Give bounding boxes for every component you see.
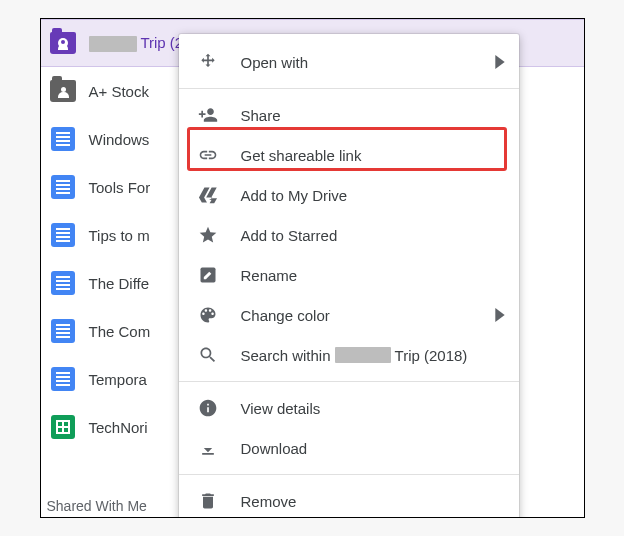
file-name: The Com <box>89 323 151 340</box>
context-menu: Open with Share Get shareable link Add t… <box>179 34 519 518</box>
docs-icon <box>49 125 77 153</box>
search-icon <box>197 344 219 366</box>
menu-search-within[interactable]: Search within Trip (2018) <box>179 335 519 375</box>
docs-icon <box>49 269 77 297</box>
drive-add-icon <box>197 184 219 206</box>
link-icon <box>197 144 219 166</box>
menu-share[interactable]: Share <box>179 95 519 135</box>
info-icon <box>197 397 219 419</box>
menu-add-to-starred[interactable]: Add to Starred <box>179 215 519 255</box>
file-name: The Diffe <box>89 275 150 292</box>
file-name: Tools For <box>89 179 151 196</box>
menu-download[interactable]: Download <box>179 428 519 468</box>
docs-icon <box>49 317 77 345</box>
docs-icon <box>49 221 77 249</box>
rename-icon <box>197 264 219 286</box>
menu-change-color[interactable]: Change color <box>179 295 519 335</box>
sheets-icon <box>49 413 77 441</box>
file-name: TechNori <box>89 419 148 436</box>
file-name: A+ Stock <box>89 83 149 100</box>
menu-add-to-drive[interactable]: Add to My Drive <box>179 175 519 215</box>
redacted-text <box>89 36 137 52</box>
redacted-text <box>335 347 391 363</box>
app-frame: Trip (2018) A+ Stock Windows Tools For T… <box>40 18 585 518</box>
palette-icon <box>197 304 219 326</box>
menu-open-with[interactable]: Open with <box>179 42 519 82</box>
docs-icon <box>49 173 77 201</box>
menu-divider <box>179 474 519 475</box>
docs-icon <box>49 365 77 393</box>
search-label: Search within Trip (2018) <box>241 347 468 364</box>
menu-rename[interactable]: Rename <box>179 255 519 295</box>
download-icon <box>197 437 219 459</box>
menu-divider <box>179 88 519 89</box>
folder-person-icon <box>49 29 77 57</box>
open-with-icon <box>197 51 219 73</box>
chevron-right-icon <box>495 55 505 69</box>
star-icon <box>197 224 219 246</box>
folder-shared-icon <box>49 77 77 105</box>
person-add-icon <box>197 104 219 126</box>
menu-get-shareable-link[interactable]: Get shareable link <box>179 135 519 175</box>
menu-view-details[interactable]: View details <box>179 388 519 428</box>
menu-divider <box>179 381 519 382</box>
menu-remove[interactable]: Remove <box>179 481 519 518</box>
chevron-right-icon <box>495 308 505 322</box>
footer-label: Shared With Me <box>47 498 147 514</box>
file-name: Windows <box>89 131 150 148</box>
file-name: Tempora <box>89 371 147 388</box>
file-name: Tips to m <box>89 227 150 244</box>
trash-icon <box>197 490 219 512</box>
